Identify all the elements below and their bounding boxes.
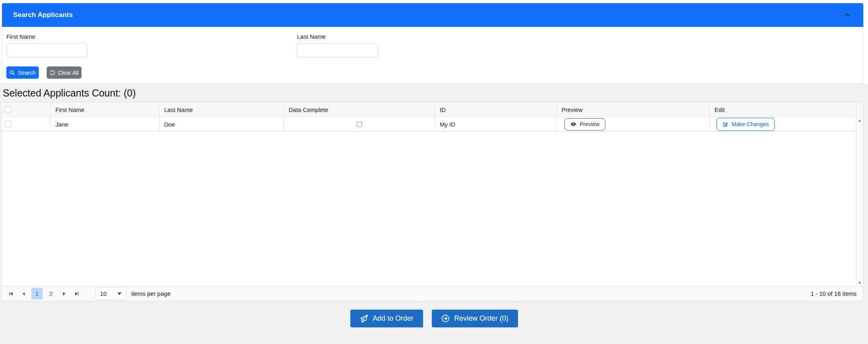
search-form: First Name Last Name Search C [2,27,863,84]
applicants-grid: First Name Last Name Data Complete ID Pr… [1,102,863,301]
cell-data-complete [284,117,435,131]
last-name-field[interactable] [297,43,378,57]
eye-icon [570,122,577,127]
first-name-label: First Name [6,33,87,40]
send-plane-icon [359,314,368,323]
previous-page-icon [21,291,26,297]
cell-edit: Make Changes [709,117,856,131]
row-select-checkbox[interactable] [5,121,11,128]
page-range-label: 1 - 10 of 16 items [811,290,857,297]
add-to-order-button[interactable]: Add to Order [350,310,423,327]
scroll-down-icon[interactable]: ▼ [858,281,862,285]
column-header-id: ID [435,102,556,117]
pager: 1 2 10 items per page 1 - 10 of [2,286,863,301]
next-page-icon [61,291,67,297]
arrow-circle-right-icon [441,314,450,323]
column-header-preview: Preview [556,102,709,117]
panel-title: Search Applicants [13,11,73,19]
data-incomplete-icon [357,122,362,127]
pager-next-button[interactable] [59,289,69,299]
search-icon [9,70,15,76]
collapse-panel-button[interactable] [842,10,852,20]
page-size-dropdown[interactable]: 10 [95,287,127,300]
search-applicants-header: Search Applicants [2,3,863,27]
cell-first-name: Jane [50,117,159,131]
grid-rows-area: Jane Doe My ID Preview [2,117,856,286]
clear-all-button-label: Clear All [58,70,78,76]
header-select-cell [2,102,50,117]
search-button[interactable]: Search [6,66,39,79]
column-header-data-complete: Data Complete [284,102,435,117]
grid-body: Jane Doe My ID Preview [2,117,863,286]
make-changes-button[interactable]: Make Changes [717,118,775,131]
cell-last-name: Doe [159,117,284,131]
review-order-button[interactable]: Review Order (0) [432,310,518,327]
edit-pencil-icon [722,121,728,127]
pager-previous-button[interactable] [19,289,29,299]
last-name-group: Last Name [297,33,378,57]
footer-actions: Add to Order Review Order (0) [350,310,518,327]
select-all-checkbox[interactable] [5,106,11,113]
page-size-value: 10 [100,290,107,297]
cell-id: My ID [435,117,556,131]
header-scrollbar-filler [856,102,863,117]
pager-first-button[interactable] [6,289,16,299]
pager-page-1-button[interactable]: 1 [31,288,43,299]
table-row: Jane Doe My ID Preview [2,117,856,132]
column-header-first-name: First Name [50,102,159,117]
column-header-edit: Edit [709,102,856,117]
search-button-label: Search [18,70,35,76]
column-header-last-name: Last Name [159,102,284,117]
first-name-group: First Name [6,33,87,57]
reset-icon [49,70,55,76]
row-select-cell [2,117,50,131]
page: Search Applicants First Name Last Name [0,0,868,344]
cell-preview: Preview [556,117,709,131]
clear-all-button[interactable]: Clear All [47,66,81,79]
selected-applicants-count-heading: Selected Applicants Count: (0) [3,87,136,99]
preview-button[interactable]: Preview [564,118,605,130]
results-section: Selected Applicants Count: (0) First Nam… [0,84,868,344]
grid-vertical-scrollbar[interactable]: ▲ ▼ [856,117,863,286]
search-actions: Search Clear All [6,66,81,79]
dropdown-caret-icon [117,293,121,295]
items-per-page-label: items per page [131,290,170,297]
last-page-icon [74,291,79,297]
review-order-label: Review Order (0) [454,314,509,323]
add-to-order-label: Add to Order [373,314,413,323]
make-changes-button-label: Make Changes [732,121,769,127]
first-name-field[interactable] [6,43,87,57]
scroll-up-icon[interactable]: ▲ [858,118,862,122]
pager-page-2-button[interactable]: 2 [45,288,57,299]
last-name-label: Last Name [297,33,378,40]
chevron-up-icon [844,12,850,18]
first-page-icon [8,291,14,297]
search-applicants-panel: Search Applicants First Name Last Name [2,3,863,84]
preview-button-label: Preview [580,121,599,127]
pager-last-button[interactable] [72,289,82,299]
grid-header-row: First Name Last Name Data Complete ID Pr… [2,102,863,117]
